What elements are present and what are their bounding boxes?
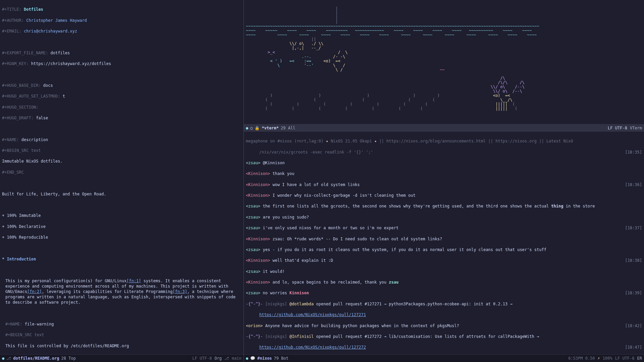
modified-icon: ● bbox=[246, 356, 248, 361]
clock: 6:53PM 0.50 bbox=[568, 356, 595, 361]
buffer-name: #nixos bbox=[257, 356, 272, 361]
ascii-art: | | | | ~~~~~~~~~~~~~~~~~~~~~~~~~~~~~~~~… bbox=[246, 7, 642, 111]
link-pr-127271[interactable]: https://github.com/NixOS/nixpkgs/pull/12… bbox=[259, 312, 366, 317]
position: 28 Top bbox=[61, 356, 76, 361]
link-pr-127272[interactable]: https://github.com/NixOS/nixpkgs/pull/12… bbox=[259, 345, 366, 350]
org-buffer[interactable]: #+TITLE: Dotfiles #+AUTHOR: Christopher … bbox=[0, 0, 244, 362]
modified-icon: ● bbox=[246, 125, 248, 131]
org-title: Dotfiles bbox=[24, 7, 43, 12]
modeline-org: ● ⎇ dotfiles/README.org 28 Top LF UTF-8 … bbox=[0, 354, 244, 362]
chat-icon: 💬 bbox=[250, 356, 255, 361]
timestamp: [18:35] bbox=[625, 149, 642, 155]
readonly-icon: ○ bbox=[250, 125, 253, 131]
erc-buffer[interactable]: megaphone on #nixos (+nrt,lag:0) ✦ NixOS… bbox=[244, 132, 644, 362]
buffer-name: dotfiles/README.org bbox=[13, 356, 59, 361]
heading-introduction[interactable]: * Introduction bbox=[2, 256, 241, 262]
footnote-1[interactable]: [fn:1] bbox=[126, 279, 141, 283]
modeline-erc: ● 💬 #nixos 79 Bot 6:53PM 0.50 ⚡ 100% LF … bbox=[244, 354, 644, 362]
irc-nick: <zsau> bbox=[246, 161, 260, 165]
lock-icon: 🔒 bbox=[255, 125, 260, 131]
battery-icon: ⚡ bbox=[598, 356, 600, 361]
git-icon: ⎇ bbox=[6, 356, 11, 361]
org-keyword: #+TITLE: bbox=[2, 7, 21, 12]
vterm-buffer[interactable]: | | | | ~~~~~~~~~~~~~~~~~~~~~~~~~~~~~~~~… bbox=[244, 0, 644, 132]
footnote-2[interactable]: [fn:2] bbox=[27, 289, 42, 294]
modified-icon: ● bbox=[2, 356, 4, 361]
branch-icon: ⎇ bbox=[224, 356, 229, 361]
modeline-vterm: ● ○ 🔒 *vterm* 29 All LF UTF-8 VTerm bbox=[244, 124, 644, 132]
footnote-3[interactable]: [fn:3] bbox=[173, 289, 187, 294]
buffer-name: *vterm* bbox=[262, 125, 279, 131]
irc-nick: <Kinnison> bbox=[246, 171, 270, 176]
